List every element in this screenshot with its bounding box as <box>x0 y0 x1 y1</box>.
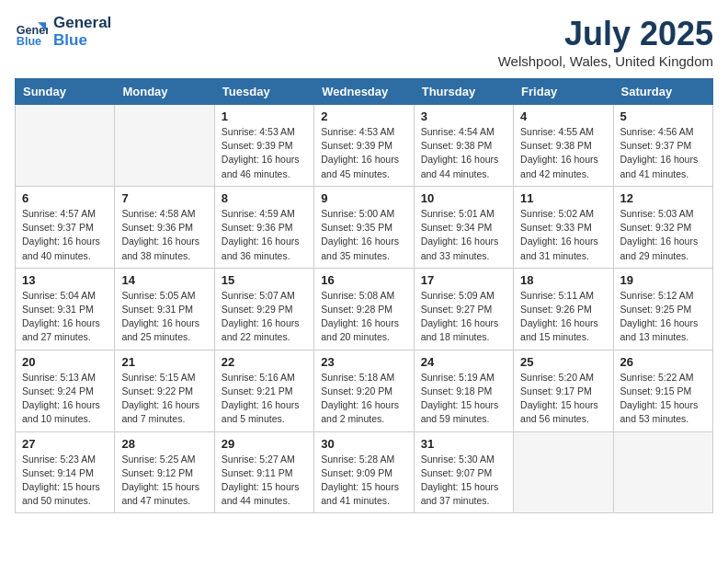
day-number: 2 <box>321 109 406 123</box>
calendar-week-row: 1Sunrise: 4:53 AMSunset: 9:39 PMDaylight… <box>16 105 713 187</box>
calendar-cell: 14Sunrise: 5:05 AMSunset: 9:31 PMDayligh… <box>115 268 214 350</box>
calendar-cell <box>115 105 214 187</box>
day-info: Sunrise: 5:19 AMSunset: 9:18 PMDaylight:… <box>421 371 506 427</box>
calendar-cell: 19Sunrise: 5:12 AMSunset: 9:25 PMDayligh… <box>613 268 712 350</box>
calendar-week-row: 6Sunrise: 4:57 AMSunset: 9:37 PMDaylight… <box>16 186 713 268</box>
day-number: 5 <box>620 109 706 123</box>
calendar-cell: 22Sunrise: 5:16 AMSunset: 9:21 PMDayligh… <box>214 350 313 431</box>
day-info: Sunrise: 4:54 AMSunset: 9:38 PMDaylight:… <box>421 125 506 181</box>
day-info: Sunrise: 5:02 AMSunset: 9:33 PMDaylight:… <box>520 207 606 263</box>
day-number: 14 <box>121 273 207 287</box>
day-number: 15 <box>222 273 307 287</box>
day-number: 21 <box>121 355 207 369</box>
day-number: 26 <box>620 355 706 369</box>
day-info: Sunrise: 4:58 AMSunset: 9:36 PMDaylight:… <box>121 207 207 263</box>
day-number: 31 <box>421 437 506 451</box>
page-header: General Blue General Blue July 2025 Wels… <box>15 15 713 69</box>
day-number: 24 <box>421 355 506 369</box>
location-subtitle: Welshpool, Wales, United Kingdom <box>498 53 713 69</box>
calendar-cell: 6Sunrise: 4:57 AMSunset: 9:37 PMDaylight… <box>16 186 115 268</box>
day-number: 4 <box>520 109 606 123</box>
calendar-week-row: 27Sunrise: 5:23 AMSunset: 9:14 PMDayligh… <box>16 431 713 513</box>
day-number: 8 <box>222 191 307 205</box>
day-number: 9 <box>321 191 406 205</box>
day-number: 20 <box>22 355 108 369</box>
calendar-week-row: 13Sunrise: 5:04 AMSunset: 9:31 PMDayligh… <box>16 268 713 350</box>
calendar-cell <box>16 105 115 187</box>
title-block: July 2025 Welshpool, Wales, United Kingd… <box>498 15 713 69</box>
calendar-cell: 17Sunrise: 5:09 AMSunset: 9:27 PMDayligh… <box>414 268 513 350</box>
calendar-cell: 16Sunrise: 5:08 AMSunset: 9:28 PMDayligh… <box>314 268 414 350</box>
day-info: Sunrise: 4:56 AMSunset: 9:37 PMDaylight:… <box>620 125 706 181</box>
logo-general: General <box>53 15 111 32</box>
calendar-cell: 1Sunrise: 4:53 AMSunset: 9:39 PMDaylight… <box>214 105 313 187</box>
day-number: 6 <box>22 191 108 205</box>
day-info: Sunrise: 5:09 AMSunset: 9:27 PMDaylight:… <box>421 289 506 345</box>
day-number: 22 <box>222 355 307 369</box>
day-info: Sunrise: 4:55 AMSunset: 9:38 PMDaylight:… <box>520 125 606 181</box>
day-info: Sunrise: 5:25 AMSunset: 9:12 PMDaylight:… <box>121 453 207 509</box>
day-info: Sunrise: 5:30 AMSunset: 9:07 PMDaylight:… <box>421 453 506 509</box>
day-number: 12 <box>620 191 706 205</box>
day-info: Sunrise: 5:20 AMSunset: 9:17 PMDaylight:… <box>520 371 606 427</box>
calendar-cell: 18Sunrise: 5:11 AMSunset: 9:26 PMDayligh… <box>514 268 613 350</box>
day-info: Sunrise: 5:22 AMSunset: 9:15 PMDaylight:… <box>620 371 706 427</box>
calendar-cell: 23Sunrise: 5:18 AMSunset: 9:20 PMDayligh… <box>314 350 414 431</box>
day-info: Sunrise: 5:08 AMSunset: 9:28 PMDaylight:… <box>321 289 406 345</box>
logo: General Blue General Blue <box>15 15 111 49</box>
day-info: Sunrise: 5:04 AMSunset: 9:31 PMDaylight:… <box>22 289 108 345</box>
day-info: Sunrise: 5:01 AMSunset: 9:34 PMDaylight:… <box>421 207 506 263</box>
day-info: Sunrise: 5:13 AMSunset: 9:24 PMDaylight:… <box>22 371 108 427</box>
calendar-cell: 9Sunrise: 5:00 AMSunset: 9:35 PMDaylight… <box>314 186 414 268</box>
day-info: Sunrise: 5:23 AMSunset: 9:14 PMDaylight:… <box>22 453 108 509</box>
day-header-thursday: Thursday <box>414 79 513 105</box>
logo-blue: Blue <box>53 32 111 50</box>
calendar-cell: 8Sunrise: 4:59 AMSunset: 9:36 PMDaylight… <box>214 186 313 268</box>
day-info: Sunrise: 5:12 AMSunset: 9:25 PMDaylight:… <box>620 289 706 345</box>
calendar-cell: 30Sunrise: 5:28 AMSunset: 9:09 PMDayligh… <box>314 431 414 513</box>
calendar-cell: 31Sunrise: 5:30 AMSunset: 9:07 PMDayligh… <box>414 431 513 513</box>
day-info: Sunrise: 4:53 AMSunset: 9:39 PMDaylight:… <box>222 125 307 181</box>
day-info: Sunrise: 5:15 AMSunset: 9:22 PMDaylight:… <box>121 371 207 427</box>
day-info: Sunrise: 5:11 AMSunset: 9:26 PMDaylight:… <box>520 289 606 345</box>
calendar-cell: 12Sunrise: 5:03 AMSunset: 9:32 PMDayligh… <box>613 186 712 268</box>
day-number: 7 <box>121 191 207 205</box>
day-number: 30 <box>321 437 406 451</box>
day-number: 16 <box>321 273 406 287</box>
calendar-header-row: SundayMondayTuesdayWednesdayThursdayFrid… <box>16 79 713 105</box>
day-header-tuesday: Tuesday <box>214 79 313 105</box>
day-info: Sunrise: 4:59 AMSunset: 9:36 PMDaylight:… <box>222 207 307 263</box>
calendar-cell: 4Sunrise: 4:55 AMSunset: 9:38 PMDaylight… <box>514 105 613 187</box>
day-header-saturday: Saturday <box>613 79 712 105</box>
calendar-week-row: 20Sunrise: 5:13 AMSunset: 9:24 PMDayligh… <box>16 350 713 431</box>
day-number: 19 <box>620 273 706 287</box>
day-info: Sunrise: 4:53 AMSunset: 9:39 PMDaylight:… <box>321 125 406 181</box>
day-number: 11 <box>520 191 606 205</box>
calendar-cell: 13Sunrise: 5:04 AMSunset: 9:31 PMDayligh… <box>16 268 115 350</box>
day-info: Sunrise: 5:27 AMSunset: 9:11 PMDaylight:… <box>222 453 307 509</box>
day-header-friday: Friday <box>514 79 613 105</box>
day-info: Sunrise: 4:57 AMSunset: 9:37 PMDaylight:… <box>22 207 108 263</box>
calendar-cell: 24Sunrise: 5:19 AMSunset: 9:18 PMDayligh… <box>414 350 513 431</box>
calendar-cell: 27Sunrise: 5:23 AMSunset: 9:14 PMDayligh… <box>16 431 115 513</box>
calendar-cell: 25Sunrise: 5:20 AMSunset: 9:17 PMDayligh… <box>514 350 613 431</box>
day-number: 10 <box>421 191 506 205</box>
day-info: Sunrise: 5:28 AMSunset: 9:09 PMDaylight:… <box>321 453 406 509</box>
calendar-cell: 20Sunrise: 5:13 AMSunset: 9:24 PMDayligh… <box>16 350 115 431</box>
day-info: Sunrise: 5:16 AMSunset: 9:21 PMDaylight:… <box>222 371 307 427</box>
calendar-cell: 5Sunrise: 4:56 AMSunset: 9:37 PMDaylight… <box>613 105 712 187</box>
day-number: 27 <box>22 437 108 451</box>
day-header-wednesday: Wednesday <box>314 79 414 105</box>
day-header-sunday: Sunday <box>16 79 115 105</box>
day-number: 18 <box>520 273 606 287</box>
day-header-monday: Monday <box>115 79 214 105</box>
calendar-cell: 26Sunrise: 5:22 AMSunset: 9:15 PMDayligh… <box>613 350 712 431</box>
calendar-cell: 3Sunrise: 4:54 AMSunset: 9:38 PMDaylight… <box>414 105 513 187</box>
day-number: 28 <box>121 437 207 451</box>
day-info: Sunrise: 5:03 AMSunset: 9:32 PMDaylight:… <box>620 207 706 263</box>
day-number: 17 <box>421 273 506 287</box>
month-year-title: July 2025 <box>498 15 713 53</box>
day-info: Sunrise: 5:05 AMSunset: 9:31 PMDaylight:… <box>121 289 207 345</box>
calendar-cell <box>514 431 613 513</box>
calendar-cell: 2Sunrise: 4:53 AMSunset: 9:39 PMDaylight… <box>314 105 414 187</box>
